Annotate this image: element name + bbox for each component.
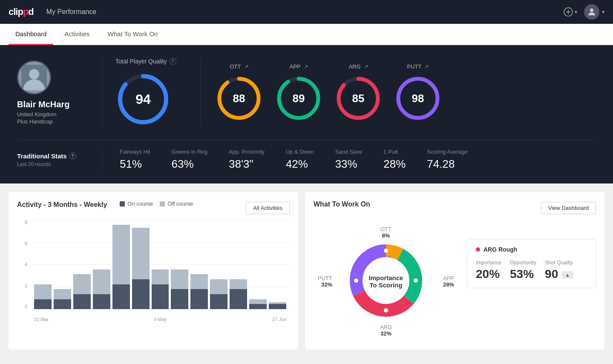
info-shotquality-label: Shot Quality [545,260,573,266]
info-card-dot [476,247,480,252]
info-opportunity: Opportunity 53% [510,260,536,281]
bar-off [249,299,267,304]
tab-dashboard[interactable]: Dashboard [9,24,53,45]
bar-group [210,220,227,309]
category-donuts: OTT ↗ 88 APP ↗ [213,58,443,127]
app-segment-label: APP 28% [443,275,454,288]
arg-donut-item: ARG ↗ 85 [333,63,384,122]
bar-off [171,269,188,289]
bottom-panels: Activity - 3 Months - Weekly On course O… [0,183,613,358]
arg-donut: 85 [335,75,382,122]
stat-updown-label: Up & Down [286,149,314,155]
bar-off [132,228,150,279]
y-label-6: 6 [25,241,27,246]
on-course-dot [120,201,125,206]
bar-chart: 8 6 4 2 0 [17,220,290,322]
bar-on [54,299,71,309]
bar-stack [171,269,188,309]
svg-point-5 [29,69,39,79]
stat-greens-value: 63% [172,158,194,171]
legend-off-course: Off course [160,201,193,207]
bar-on [73,294,91,309]
bar-group [34,220,52,309]
y-axis: 8 6 4 2 0 [17,220,30,309]
bar-group [112,220,130,309]
x-axis: 21 Mar 9 May 27 Jun [31,309,290,322]
user-menu[interactable]: ▾ [584,4,604,20]
bar-stack [112,225,130,309]
info-card-title: ARG Rough [476,246,587,253]
y-label-2: 2 [25,283,27,288]
bar-group [54,220,71,309]
stat-updown: Up & Down 42% [286,149,314,171]
arg-segment-label: ARG 32% [380,324,392,337]
arg-value: 85 [352,92,365,105]
stat-1putt-label: 1 Putt [383,149,398,155]
info-card-metrics: Importance 20% Opportunity 53% Shot Qual… [476,260,587,281]
svg-point-21 [384,249,388,253]
all-activities-button[interactable]: All Activities [246,202,290,214]
info-card: ARG Rough Importance 20% Opportunity 53%… [467,239,596,288]
stat-items: Fairways Hit 51% Greens In Reg 63% App. … [102,149,596,171]
stat-1putt: 1 Putt 28% [383,149,406,171]
wtwo-donut-section: OTT 8% APP 28% ARG 32% PUTT 32% [314,222,458,341]
tpq-label: Total Player Quality ? [115,58,176,65]
header-left: clippd My Performance [9,6,96,17]
stats-banner: Blair McHarg United Kingdom Plus Handica… [0,45,613,183]
stat-greens: Greens In Reg 63% [172,149,208,171]
bar-on [230,289,247,309]
bar-off [112,225,130,284]
info-opportunity-label: Opportunity [510,260,536,266]
trad-help-icon[interactable]: ? [69,152,76,159]
bar-group [230,220,247,309]
logo[interactable]: clippd [9,6,34,17]
what-to-work-on-panel: What To Work On View Dashboard OTT 8% AP… [305,192,604,350]
ott-label: OTT ↗ [230,63,248,70]
tpq-help-icon[interactable]: ? [170,58,176,65]
stat-fairways-value: 51% [120,158,142,171]
header-right: ▾ ▾ [564,4,604,20]
info-card-container: ARG Rough Importance 20% Opportunity 53%… [467,222,596,341]
activity-panel: Activity - 3 Months - Weekly On course O… [9,192,298,350]
bar-group [93,220,110,309]
svg-point-23 [384,308,388,312]
donut-center: Importance To Scoring [369,274,403,289]
ott-segment-label: OTT 8% [380,226,391,239]
chart-legend: On course Off course [120,201,193,207]
bar-stack [73,274,91,309]
wtwo-title: What To Work On [314,201,370,208]
bar-off [152,269,169,284]
bar-group [152,220,169,309]
wtwo-header: What To Work On View Dashboard [314,201,596,215]
stat-proximity: App. Proximity 38'3" [229,149,265,171]
stat-scoring: Scoring Average 74.28 [427,149,467,171]
stat-scoring-value: 74.28 [427,158,455,171]
add-icon[interactable]: ▾ [564,7,577,17]
bar-stack [249,299,267,309]
y-label-4: 4 [25,262,27,267]
tpq-value: 94 [135,92,151,107]
putt-label: PUTT ↗ [407,63,429,70]
bar-stack [34,284,52,309]
bar-on [34,299,52,309]
bar-group [73,220,91,309]
stat-sandsave-label: Sand Save [335,149,363,155]
ott-donut: 88 [216,75,262,122]
header: clippd My Performance ▾ ▾ [0,0,613,24]
bar-group [269,220,286,309]
view-dashboard-button[interactable]: View Dashboard [541,202,596,214]
tab-activities[interactable]: Activities [58,24,96,45]
app-value: 89 [293,92,305,105]
bar-off [93,269,110,294]
bar-on [112,284,130,309]
bar-on [132,279,150,309]
player-handicap: Plus Handicap [17,118,53,125]
bar-off [230,279,247,289]
bar-off [54,289,71,299]
stat-fairways-label: Fairways Hit [120,149,150,155]
bar-stack [152,269,169,309]
tab-what-to-work-on[interactable]: What To Work On [101,24,165,45]
bar-stack [230,279,247,309]
trad-label-section: Traditional Stats ? Last 20 rounds [17,152,102,167]
app-donut-item: APP ↗ 89 [273,63,324,122]
